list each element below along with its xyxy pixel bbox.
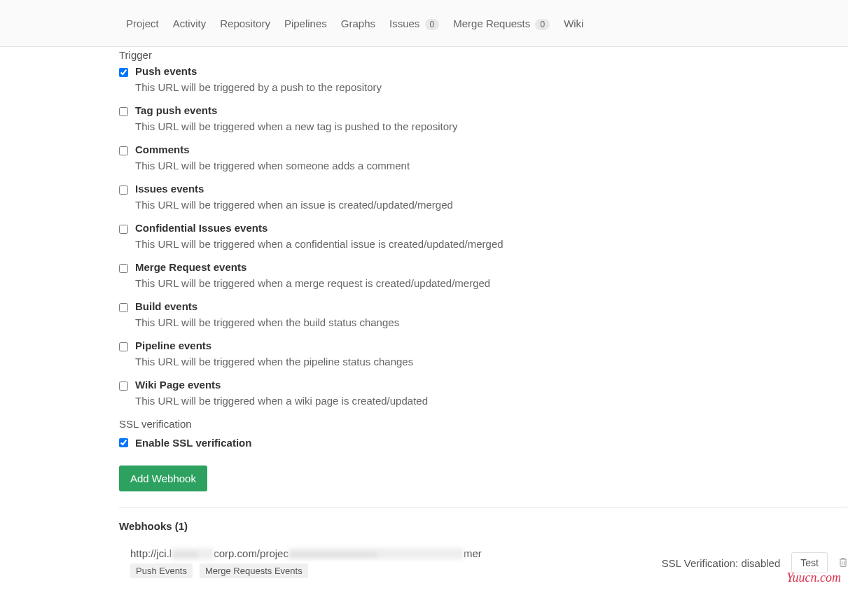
trigger-title: Wiki Page events [135,379,847,391]
trigger-title: Build events [135,300,847,312]
trigger-item: Confidential Issues eventsThis URL will … [119,222,847,250]
trigger-title: Issues events [135,183,847,195]
trigger-item: Tag push eventsThis URL will be triggere… [119,104,847,132]
nav-activity[interactable]: Activity [166,12,214,35]
trigger-checkbox[interactable] [119,186,128,195]
webhook-tags: Push Events Merge Requests Events [130,564,662,578]
trigger-checkbox[interactable] [119,68,128,77]
trigger-item: Pipeline eventsThis URL will be triggere… [119,340,847,368]
trigger-item: Wiki Page eventsThis URL will be trigger… [119,379,847,407]
trigger-checkbox[interactable] [119,342,128,351]
trigger-item: Merge Request eventsThis URL will be tri… [119,261,847,289]
nav-repository[interactable]: Repository [213,12,277,35]
trigger-checkbox[interactable] [119,264,128,273]
trigger-desc: This URL will be triggered when a confid… [135,238,847,250]
add-webhook-button[interactable]: Add Webhook [119,465,207,491]
trigger-title: Pipeline events [135,340,847,351]
trigger-desc: This URL will be triggered by a push to … [135,81,847,93]
trigger-checkbox[interactable] [119,382,128,391]
trigger-title: Tag push events [135,104,847,116]
trigger-desc: This URL will be triggered when the buil… [135,316,847,328]
trigger-desc: This URL will be triggered when a new ta… [135,120,847,132]
trigger-label: Trigger [119,49,847,61]
trigger-checkbox[interactable] [119,303,128,312]
trigger-title: Comments [135,144,847,155]
redacted-segment: xxxxxxxxxxxxxxxxx [289,548,464,559]
ssl-label: SSL verification [119,418,847,430]
webhook-row: http://jci.lxxxxxcorp.com/projecxxxxxxxx… [119,547,847,578]
issues-badge: 0 [425,19,440,30]
trigger-checkbox[interactable] [119,225,128,234]
trash-icon[interactable] [839,557,847,569]
redacted-segment: xxxxx [172,548,214,559]
triggers-list: Push eventsThis URL will be triggered by… [119,65,847,407]
nav-merge-requests[interactable]: Merge Requests 0 [446,12,557,35]
nav-project[interactable]: Project [119,12,166,35]
trigger-desc: This URL will be triggered when an issue… [135,199,847,211]
trigger-checkbox[interactable] [119,107,128,116]
trigger-item: Issues eventsThis URL will be triggered … [119,183,847,211]
trigger-desc: This URL will be triggered when the pipe… [135,356,847,368]
ssl-enable-label: Enable SSL verification [135,437,251,449]
top-nav: Project Activity Repository Pipelines Gr… [0,0,848,47]
trigger-item: CommentsThis URL will be triggered when … [119,144,847,172]
nav-issues[interactable]: Issues 0 [382,12,446,35]
nav-pipelines[interactable]: Pipelines [277,12,334,35]
nav-graphs[interactable]: Graphs [334,12,382,35]
trigger-title: Confidential Issues events [135,222,847,234]
trigger-desc: This URL will be triggered when a merge … [135,277,847,289]
webhooks-header: Webhooks (1) [119,520,847,532]
nav-wiki[interactable]: Wiki [557,12,590,35]
webhook-url: http://jci.lxxxxxcorp.com/projecxxxxxxxx… [130,547,662,559]
trigger-item: Build eventsThis URL will be triggered w… [119,300,847,328]
divider [119,507,847,507]
ssl-status: SSL Verification: disabled [662,557,781,569]
mr-badge: 0 [535,19,550,30]
tag-push-events: Push Events [130,564,193,578]
trigger-checkbox[interactable] [119,146,128,155]
watermark: Yuucn.com [786,570,841,578]
trigger-title: Push events [135,65,847,77]
tag-merge-requests-events: Merge Requests Events [200,564,308,578]
ssl-checkbox[interactable] [119,438,128,447]
trigger-desc: This URL will be triggered when a wiki p… [135,395,847,407]
trigger-title: Merge Request events [135,261,847,273]
trigger-desc: This URL will be triggered when someone … [135,160,847,172]
trigger-item: Push eventsThis URL will be triggered by… [119,65,847,93]
